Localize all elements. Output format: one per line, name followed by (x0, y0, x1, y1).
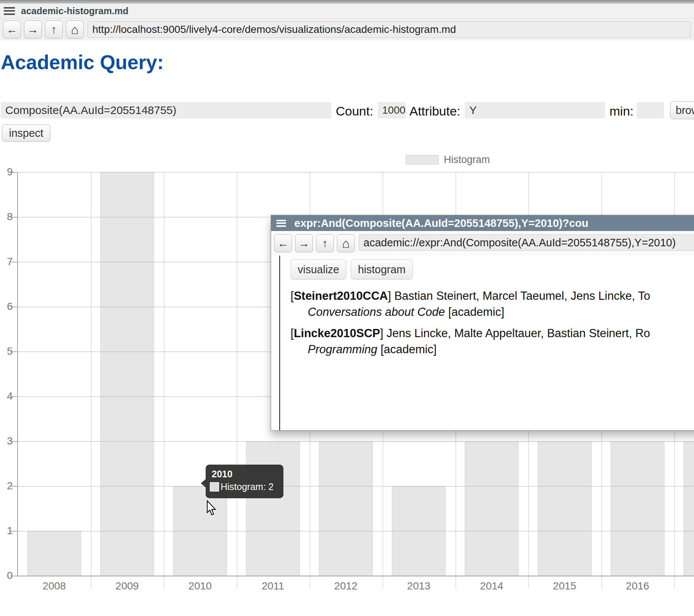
popup-home-button[interactable]: ⌂ (337, 234, 355, 252)
popup-address-bar[interactable] (359, 234, 694, 251)
y-axis-label: 8 (0, 211, 13, 223)
tooltip-value-label: Histogram: 2 (221, 481, 274, 492)
histogram-bar-2008[interactable] (27, 531, 81, 576)
publication-list: [Steinert2010CCA] Bastian Steinert, Marc… (291, 288, 694, 357)
x-axis-line (18, 576, 694, 576)
tooltip-arrow (201, 479, 206, 487)
publication-citation: [Lincke2010SCP] Jens Lincke, Malte Appel… (291, 325, 694, 341)
y-axis-label: 4 (0, 390, 13, 402)
popup-up-button[interactable]: ↑ (316, 234, 334, 252)
x-axis-label: 2013 (389, 580, 449, 592)
visualize-button[interactable]: visualize (291, 259, 346, 280)
x-axis-label: 2011 (243, 580, 303, 592)
publication-citation: [Steinert2010CCA] Bastian Steinert, Marc… (291, 288, 694, 304)
publication-title: Conversations about Code [academic] (308, 304, 694, 320)
gridline-y-2 (18, 486, 694, 487)
y-axis-line (17, 172, 18, 576)
x-axis-label: 2008 (24, 580, 84, 592)
y-axis-label: 6 (0, 301, 13, 312)
tooltip-series-swatch (210, 482, 219, 492)
x-axis-label: 2016 (608, 580, 667, 592)
y-axis-label: 2 (0, 480, 13, 492)
y-axis-label: 3 (0, 435, 13, 447)
publication-title: Programming [academic] (308, 341, 694, 357)
citation-key: Lincke2010SCP (294, 327, 380, 340)
forward-icon: → (298, 238, 310, 249)
up-icon: ↑ (322, 238, 328, 249)
popup-menu-icon[interactable] (276, 220, 286, 227)
mouse-cursor (206, 500, 218, 517)
gridline-y-1 (18, 531, 694, 532)
x-axis-label: 2009 (97, 580, 157, 592)
tooltip-year: 2010 (212, 469, 283, 480)
y-axis-label: 0 (0, 570, 13, 582)
popup-left-rule (279, 256, 280, 430)
x-axis-label: 2014 (462, 580, 522, 592)
x-axis-label: 2012 (316, 580, 376, 592)
citation-authors: Bastian Steinert, Marcel Taeumel, Jens L… (391, 289, 650, 302)
browser-window: academic-histogram.md ← → ↑ ⌂ Academic Q… (0, 0, 694, 616)
popup-titlebar[interactable]: expr:And(Composite(AA.AuId=2055148755),Y… (271, 215, 694, 231)
x-axis-label: 2015 (535, 580, 595, 592)
citation-authors: Jens Lincke, Malte Appeltauer, Bastian S… (383, 327, 650, 340)
popup-navbar: ← → ↑ ⌂ (271, 231, 694, 256)
histogram-bar-2011[interactable] (246, 441, 300, 576)
popup-forward-button[interactable]: → (295, 234, 313, 252)
x-axis-label: 2017 (681, 580, 694, 592)
popup-window-title: expr:And(Composite(AA.AuId=2055148755),Y… (294, 217, 588, 230)
gridline-x (164, 172, 165, 589)
home-icon: ⌂ (342, 237, 350, 250)
popup-button-row: visualize histogram (291, 259, 694, 280)
histogram-button[interactable]: histogram (351, 259, 412, 280)
chart-tooltip: 2010 Histogram: 2 (206, 465, 283, 498)
back-icon: ← (277, 238, 289, 249)
gridline-y-9 (18, 172, 694, 173)
citation-key: Steinert2010CCA (294, 289, 388, 302)
popup-back-button[interactable]: ← (274, 234, 292, 252)
y-axis-label: 1 (0, 525, 13, 537)
popup-window: expr:And(Composite(AA.AuId=2055148755),Y… (271, 215, 694, 431)
histogram-bar-2015[interactable] (538, 441, 592, 576)
y-axis-label: 9 (0, 166, 13, 178)
gridline-x (237, 172, 237, 589)
histogram-bar-2012[interactable] (319, 441, 373, 576)
list-item: [Lincke2010SCP] Jens Lincke, Malte Appel… (291, 325, 694, 357)
histogram-bar-2017[interactable] (684, 441, 694, 576)
list-item: [Steinert2010CCA] Bastian Steinert, Marc… (291, 288, 694, 320)
gridline-x (91, 172, 92, 589)
y-axis-label: 7 (0, 256, 13, 268)
x-axis-label: 2010 (170, 580, 230, 592)
tooltip-value-row: Histogram: 2 (210, 481, 283, 492)
y-axis-label: 5 (0, 345, 13, 357)
histogram-bar-2016[interactable] (611, 441, 664, 576)
histogram-bar-2014[interactable] (465, 441, 519, 576)
popup-content: visualize histogram [Steinert2010CCA] Ba… (271, 256, 694, 430)
histogram-bar-2009[interactable] (100, 172, 154, 576)
gridline-y-3 (18, 441, 694, 442)
